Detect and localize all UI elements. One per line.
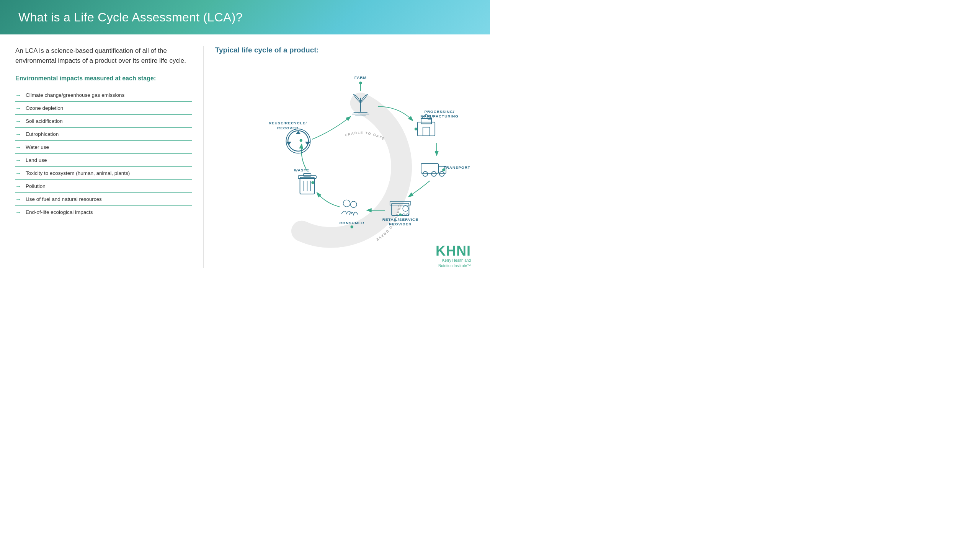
list-item: →Soil acidification [15,115,192,128]
farm-label: FARM [354,75,367,80]
list-item: →Ozone depletion [15,102,192,115]
consumer-icon [341,200,358,215]
logo-text: Kerry Health and Nutrition Institute™ [436,258,471,269]
svg-point-14 [415,127,417,130]
arrow-icon: → [15,105,21,111]
impact-list: →Climate change/greenhouse gas emissions… [15,89,192,218]
list-item: →Toxicity to ecosystem (human, animal, p… [15,167,192,180]
reuse-icon [286,129,310,153]
right-panel: Typical life cycle of a product: [215,46,475,268]
svg-point-21 [442,168,445,171]
reuse-label: REUSE/RECYCLE/ [269,121,307,125]
arrow-icon: → [15,118,21,124]
svg-point-18 [423,171,428,176]
transport-label: TRANSPORT [444,165,470,170]
waste-icon [298,174,316,194]
svg-point-24 [403,206,408,211]
svg-point-26 [399,214,402,216]
page-title: What is a Life Cycle Assessment (LCA)? [18,10,243,24]
section-title: Environmental impacts measured at each s… [15,75,192,83]
arrow-icon: → [15,196,21,202]
svg-point-19 [431,171,436,176]
svg-rect-11 [423,127,430,136]
arrow-icon: → [15,157,21,163]
svg-text:RECOVER: RECOVER [277,126,298,130]
logo-brand: KHNI [436,244,471,258]
diagram-title: Typical life cycle of a product: [215,46,475,54]
svg-point-28 [343,200,350,207]
svg-text:CRADLE TO GATE: CRADLE TO GATE [344,131,385,141]
list-item: →End-of-life ecological impacts [15,206,192,218]
lifecycle-diagram: CRADLE TO GATE CRADLE TO GRAVE [215,58,475,272]
svg-point-20 [439,171,444,176]
list-item: →Land use [15,154,192,167]
svg-point-37 [311,181,314,184]
arrow-icon: → [15,131,21,137]
list-item: →Use of fuel and natural resources [15,193,192,206]
arrow-icon: → [15,92,21,98]
logo-area: KHNI Kerry Health and Nutrition Institut… [436,244,471,269]
arrow-icon: → [15,170,21,176]
intro-text: An LCA is a science-based quantification… [15,46,192,65]
retail-label: RETAIL/SERVICE [382,217,418,222]
consumer-label: CONSUMER [339,221,364,225]
header: What is a Life Cycle Assessment (LCA)? [0,0,490,34]
svg-text:PROVIDER: PROVIDER [389,222,412,226]
arrow-icon: → [15,183,21,189]
list-item: →Climate change/greenhouse gas emissions [15,89,192,102]
svg-text:MANUFACTURING: MANUFACTURING [420,114,459,118]
list-item: →Water use [15,141,192,154]
arrow-icon: → [15,209,21,215]
left-panel: An LCA is a science-based quantification… [15,46,204,268]
content-area: An LCA is a science-based quantification… [0,34,490,276]
diagram-container: CRADLE TO GATE CRADLE TO GRAVE [215,58,475,272]
svg-point-29 [350,201,356,207]
arrow-icon: → [15,144,21,150]
list-item: →Eutrophication [15,128,192,141]
svg-point-30 [350,225,353,228]
svg-point-43 [299,139,302,142]
svg-point-7 [359,82,362,84]
list-item: →Pollution [15,180,192,193]
processing-label: PROCESSING/ [424,109,454,114]
